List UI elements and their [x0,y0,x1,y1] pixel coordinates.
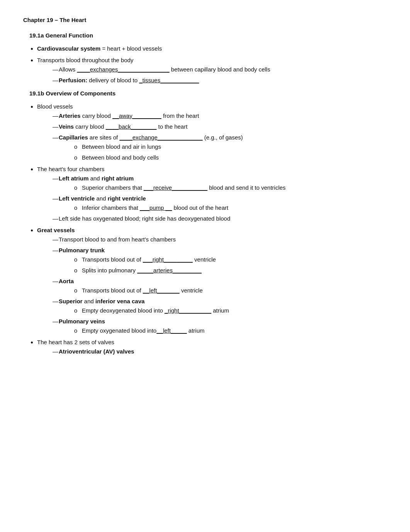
section-19-1b-title: 19.1b Overview of Components [29,89,387,98]
blank-receive: ___receive___________ [144,184,207,191]
list-item-pulmonary-trunk: Pulmonary trunk Transports blood out of … [53,246,387,275]
list-item-av-valves: Atrioventricular (AV) valves [53,347,387,356]
sub-sub-list: Superior chambers that ___receive_______… [74,183,387,192]
blank-exchange: ____exchange______________ [120,134,203,141]
bold-left-ventricle: Left ventricle [59,195,95,202]
sub-sub-list: Transports blood out of ___right________… [74,255,387,275]
list-item: Splits into pulmonary _____arteries_____… [74,266,387,275]
list-item-valves: The heart has 2 sets of valves Atriovent… [37,338,387,356]
static-text: The heart has 2 sets of valves [37,339,114,345]
blank-pump: ___pump __ [140,204,172,211]
static-text: to the heart [157,123,188,130]
sub-sub-list: Inferior chambers that ___pump __ blood … [74,203,387,212]
list-item: Empty oxygenated blood into__left_____ a… [74,326,387,335]
static-text: Empty deoxygenated blood into [82,307,164,314]
static-text: The heart's four chambers [37,166,105,172]
static-text: between capillary blood and body cells [169,66,270,73]
bold-right-atrium: right atrium [102,175,134,182]
sub-list: Transport blood to and from heart's cham… [53,235,387,335]
list-item-capillaries: Capillaries are sites of ____exchange___… [53,133,387,162]
list-item: Between blood and air in lungs [74,142,387,151]
list-item-pulmonary-veins: Pulmonary veins Empty oxygenated blood i… [53,317,387,335]
bold-left-atrium: Left atrium [59,175,89,182]
list-item: Inferior chambers that ___pump __ blood … [74,203,387,212]
list-item: Perfusion: delivery of blood to _tissues… [53,76,387,85]
list-item: Allows ____exchanges________________ bet… [53,65,387,74]
section-19-1a-list: Cardiovascular system = heart + blood ve… [37,44,387,85]
sub-sub-list: Between blood and air in lungs Between b… [74,142,387,162]
static-text: = heart + blood vessels [100,45,162,52]
sub-sub-list: Empty deoxygenated blood into _right____… [74,306,387,315]
blank-exchanges: ____exchanges________________ [77,66,169,73]
blank-right-atrium: _right__________ [164,307,211,314]
static-text: blood out of the heart [172,204,228,211]
list-item-aorta: Aorta Transports blood out of __left____… [53,277,387,295]
static-text: blood and send it to ventricles [207,184,286,191]
sub-sub-list: Transports blood out of __left_______ ve… [74,286,387,295]
blank-right-ventricle: ___right_________ [143,256,193,263]
sub-list: Atrioventricular (AV) valves [53,347,387,356]
static-text: ventricle [180,287,203,294]
list-item: Empty deoxygenated blood into _right____… [74,306,387,315]
static-text: Between blood and body cells [82,154,159,161]
static-text: and [83,298,95,304]
list-item-veins: Veins carry blood ____back________ to th… [53,122,387,131]
static-text: Superior chambers that [82,184,144,191]
static-text: Between blood and air in lungs [82,143,161,150]
bold-pulmonary-trunk: Pulmonary trunk [59,247,105,253]
bold-right-ventricle: right ventricle [108,195,146,202]
sub-list: Allows ____exchanges________________ bet… [53,65,387,85]
static-text: carry blood [81,112,113,119]
static-text: Left side has oxygenated blood; right si… [59,215,230,222]
static-text: carry blood [74,123,106,130]
static-text: are sites of [88,134,120,141]
bold-superior: Superior [59,298,83,304]
static-text: atrium [187,327,205,334]
list-item: Superior chambers that ___receive_______… [74,183,387,192]
list-item-chambers: The heart's four chambers Left atrium an… [37,165,387,223]
list-item-ventricles: Left ventricle and right ventricle Infer… [53,194,387,212]
list-item: Transports blood throughout the body All… [37,56,387,85]
static-text: Inferior chambers that [82,204,140,211]
bold-pulmonary-veins: Pulmonary veins [59,318,105,325]
list-item: Transports blood out of __left_______ ve… [74,286,387,295]
static-text: Transports blood out of [82,256,143,263]
bold-av-valves: Atrioventricular (AV) valves [59,348,134,355]
section-19-1a-title: 19.1a General Function [29,31,387,40]
static-text: delivery of blood to [87,77,139,83]
list-item-great-vessels: Great vessels Transport blood to and fro… [37,226,387,335]
bold-aorta: Aorta [59,278,74,284]
static-text: atrium [211,307,229,314]
section-19-1b-list: Blood vessels Arteries carry blood __awa… [37,102,387,356]
static-text: ventricle [193,256,216,263]
blank-tissues: _tissues____________ [139,77,199,83]
list-item-blood-vessels: Blood vessels Arteries carry blood __awa… [37,102,387,162]
bold-text: Cardiovascular system [37,45,100,52]
list-item-transport: Transport blood to and from heart's cham… [53,235,387,244]
list-item: Cardiovascular system = heart + blood ve… [37,44,387,53]
blank-left-atrium: __left_____ [156,327,186,334]
blank-arteries: _____arteries_________ [137,267,202,274]
bold-inferior-vena-cava: inferior vena cava [95,298,145,304]
list-item-arteries: Arteries carry blood __away_________ fro… [53,111,387,121]
static-text: Transports blood out of [82,287,143,294]
static-text: from the heart [161,112,199,119]
list-item-sides: Left side has oxygenated blood; right si… [53,214,387,223]
blank-back: ____back________ [106,123,157,130]
blank-away: __away_________ [112,112,161,119]
blank-left-ventricle: __left_______ [143,287,180,294]
static-text: Empty oxygenated blood into [82,327,156,334]
bold-capillaries: Capillaries [59,134,88,141]
static-text: Transport blood to and from heart's cham… [59,236,176,243]
sub-list: Left atrium and right atrium Superior ch… [53,174,387,223]
list-item-vena-cava: Superior and inferior vena cava Empty de… [53,297,387,315]
sub-list: Arteries carry blood __away_________ fro… [53,111,387,162]
document-container: Chapter 19 – The Heart 19.1a General Fun… [23,15,387,356]
static-text: and [89,175,102,182]
static-text: and [95,195,107,202]
bold-arteries: Arteries [59,112,81,119]
static-text: Blood vessels [37,103,73,110]
chapter-title: Chapter 19 – The Heart [23,15,387,25]
list-item: Between blood and body cells [74,153,387,162]
bold-perfusion: Perfusion: [59,77,87,83]
